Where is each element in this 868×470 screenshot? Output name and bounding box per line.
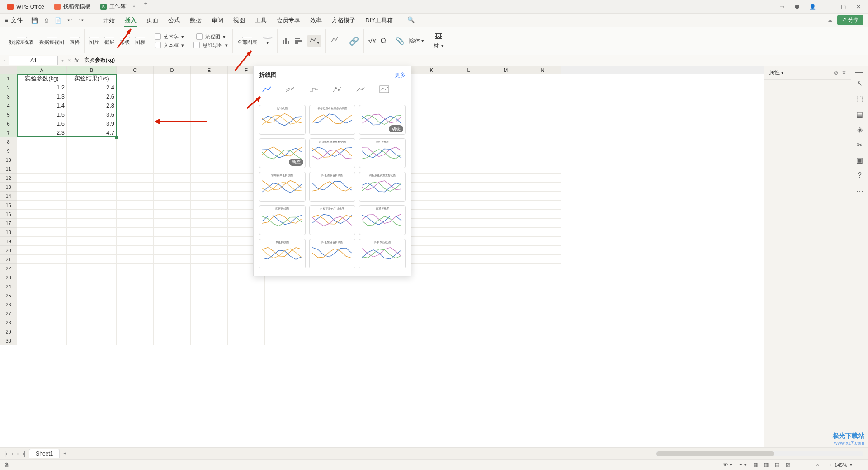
- col-header[interactable]: K: [413, 66, 450, 74]
- cell[interactable]: [413, 128, 450, 137]
- cell[interactable]: [228, 282, 265, 291]
- cell[interactable]: [487, 309, 524, 318]
- cell[interactable]: [487, 101, 524, 110]
- app-tab-workbook[interactable]: S 工作簿1 •: [96, 0, 140, 13]
- zoom-control[interactable]: − ────○── + 145% ▾: [797, 462, 852, 468]
- cell[interactable]: [450, 282, 487, 291]
- cell[interactable]: 2.3: [17, 128, 67, 137]
- cell[interactable]: [487, 83, 524, 92]
- app-tab-template[interactable]: 找稻壳模板: [50, 0, 95, 13]
- sheet-nav-next[interactable]: ›: [17, 451, 19, 457]
- chart-thumbnail[interactable]: 四折折线图: [259, 205, 306, 235]
- col-header[interactable]: M: [487, 66, 524, 74]
- cell[interactable]: [376, 309, 413, 318]
- cell[interactable]: [450, 336, 487, 345]
- col-header[interactable]: D: [154, 66, 191, 74]
- cell[interactable]: [17, 264, 67, 273]
- row-header[interactable]: 10: [0, 155, 17, 164]
- tab-view[interactable]: 视图: [232, 14, 246, 27]
- col-header[interactable]: L: [450, 66, 487, 74]
- cell[interactable]: [154, 164, 191, 174]
- cell[interactable]: [524, 246, 561, 255]
- all-charts-button[interactable]: 全部图表: [237, 37, 257, 46]
- cell[interactable]: [450, 318, 487, 327]
- cell[interactable]: [117, 137, 154, 146]
- table-button[interactable]: 表格: [70, 37, 80, 46]
- cell[interactable]: [450, 174, 487, 183]
- cell[interactable]: [302, 282, 339, 291]
- cell[interactable]: [413, 192, 450, 201]
- column-chart-icon[interactable]: [282, 37, 290, 46]
- row-header[interactable]: 8: [0, 137, 17, 146]
- cell[interactable]: [191, 264, 228, 273]
- cell[interactable]: [487, 201, 524, 210]
- cell[interactable]: [17, 146, 67, 155]
- chart-thumbnail[interactable]: 统计线图: [259, 105, 306, 135]
- cell[interactable]: [413, 83, 450, 92]
- cell[interactable]: [450, 92, 487, 101]
- cell[interactable]: [117, 164, 154, 174]
- name-box[interactable]: A1: [9, 56, 58, 65]
- cell[interactable]: [524, 174, 561, 183]
- cell[interactable]: [265, 291, 302, 300]
- cell[interactable]: [154, 146, 191, 155]
- cell[interactable]: [154, 128, 191, 137]
- cell[interactable]: [487, 155, 524, 164]
- cell[interactable]: [524, 291, 561, 300]
- cancel-icon[interactable]: ×: [67, 57, 71, 64]
- tab-insert[interactable]: 插入: [124, 14, 137, 27]
- cell[interactable]: [413, 201, 450, 210]
- formula-input[interactable]: [82, 56, 864, 65]
- cell[interactable]: [413, 146, 450, 155]
- cell[interactable]: [450, 273, 487, 282]
- cell[interactable]: [67, 318, 117, 327]
- horizontal-scrollbar[interactable]: [70, 451, 863, 456]
- cell[interactable]: [117, 183, 154, 192]
- cell[interactable]: [117, 92, 154, 101]
- chart-thumbnail[interactable]: 动态: [359, 105, 406, 135]
- cloud-icon[interactable]: ☁: [827, 17, 833, 24]
- cell[interactable]: [191, 110, 228, 119]
- row-header[interactable]: 14: [0, 192, 17, 201]
- cell[interactable]: [17, 273, 67, 282]
- cell[interactable]: [17, 300, 67, 309]
- cell[interactable]: [339, 327, 376, 336]
- cell[interactable]: [154, 83, 191, 92]
- cell[interactable]: [413, 273, 450, 282]
- cell[interactable]: [413, 119, 450, 128]
- undo-icon[interactable]: ↶: [66, 17, 73, 24]
- cell[interactable]: [413, 237, 450, 246]
- cell[interactable]: [524, 101, 561, 110]
- row-header[interactable]: 3: [0, 92, 17, 101]
- cell[interactable]: [191, 137, 228, 146]
- cell[interactable]: [413, 164, 450, 174]
- cell[interactable]: [450, 291, 487, 300]
- cell[interactable]: [117, 83, 154, 92]
- cell[interactable]: [117, 101, 154, 110]
- cell[interactable]: [117, 282, 154, 291]
- cell[interactable]: [117, 228, 154, 237]
- line-chart-icon[interactable]: ▾: [307, 35, 321, 47]
- textbox-button[interactable]: 文本框 ▾: [155, 42, 184, 49]
- row-header[interactable]: 13: [0, 183, 17, 192]
- cell[interactable]: [450, 255, 487, 264]
- cell[interactable]: [487, 336, 524, 345]
- cell[interactable]: [67, 237, 117, 246]
- tab-start[interactable]: 开始: [102, 14, 116, 27]
- cell[interactable]: [524, 264, 561, 273]
- cell[interactable]: [524, 318, 561, 327]
- cell[interactable]: [413, 327, 450, 336]
- cell[interactable]: [450, 309, 487, 318]
- cell[interactable]: [339, 318, 376, 327]
- cell[interactable]: [154, 174, 191, 183]
- cell[interactable]: [376, 336, 413, 345]
- cell[interactable]: [487, 264, 524, 273]
- col-header[interactable]: N: [524, 66, 561, 74]
- cell[interactable]: [117, 291, 154, 300]
- cell[interactable]: [67, 192, 117, 201]
- cell[interactable]: [191, 318, 228, 327]
- filter-icon[interactable]: ◈: [855, 125, 864, 134]
- cell[interactable]: [191, 228, 228, 237]
- cell[interactable]: [191, 119, 228, 128]
- cell[interactable]: [154, 264, 191, 273]
